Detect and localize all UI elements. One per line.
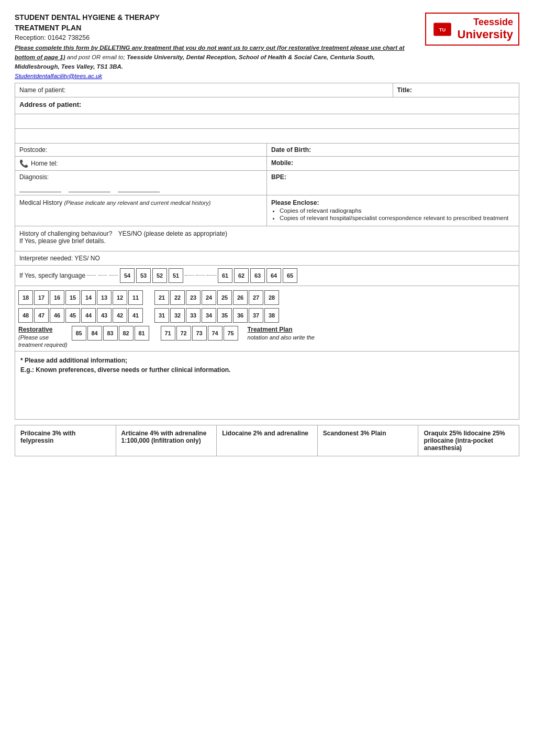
- header-section: STUDENT DENTAL HYGIENE & THERAPY TREATME…: [15, 13, 519, 80]
- tooth-73: 73: [192, 326, 207, 341]
- tooth-74: 74: [208, 326, 222, 341]
- tooth-24: 24: [202, 290, 216, 305]
- tel-mobile-row: 📞 Home tel: Mobile:: [15, 157, 519, 171]
- header-left: STUDENT DENTAL HYGIENE & THERAPY TREATME…: [15, 13, 415, 80]
- anaesthetic-item-1: Prilocaine 3% with felypressin: [15, 425, 116, 456]
- tooth-37: 37: [249, 308, 263, 323]
- phone-icon: 📞: [19, 159, 28, 168]
- tooth-16: 16: [50, 290, 64, 305]
- diagnosis-label: Diagnosis:: [19, 173, 49, 181]
- bpe-val-cell: BPE:: [267, 171, 519, 195]
- tooth-62: 62: [234, 268, 249, 283]
- tooth-35: 35: [217, 308, 232, 323]
- med-history-label: Medical History: [19, 199, 62, 206]
- diag-line2: [69, 184, 110, 192]
- title-line2: TREATMENT PLAN: [15, 23, 415, 34]
- tooth-18: 18: [18, 290, 33, 305]
- address-row: Address of patient:: [15, 97, 519, 114]
- diag-line1: [19, 184, 61, 192]
- upper-adult-row: 18 17 16 15 14 13 12 11 21 22 23 24 25 2…: [18, 290, 516, 305]
- logo-box: TU Teesside University: [425, 13, 519, 46]
- tooth-83: 83: [103, 326, 118, 341]
- challenge-row: History of challenging behaviour? YES/NO…: [15, 226, 519, 251]
- anaesthetic-item-4: Scandonest 3% Plain: [317, 425, 418, 456]
- please-enclose-label: Please Enclose:: [271, 199, 319, 206]
- bpe-label: BPE:: [271, 173, 286, 181]
- tooth-32: 32: [170, 308, 185, 323]
- tooth-64: 64: [266, 268, 281, 283]
- tooth-36: 36: [233, 308, 248, 323]
- tooth-14: 14: [81, 290, 96, 305]
- med-history-row: Medical History (Please indicate any rel…: [15, 195, 519, 226]
- anaesthetic-item-5: Oraquix 25% lidocaine 25% prilocaine (in…: [418, 425, 519, 456]
- med-right: Please Enclose: Copies of relevant radio…: [267, 195, 519, 226]
- tooth-25: 25: [217, 290, 232, 305]
- tooth-72: 72: [176, 326, 191, 341]
- restorative-row: Restorative (Please use treatment requir…: [18, 326, 516, 348]
- mobile-label: Mobile:: [271, 159, 293, 167]
- additional-subtext: E.g.: Known preferences, diverse needs o…: [20, 365, 514, 375]
- dob-cell: Date of Birth:: [267, 144, 519, 156]
- treatment-plan-sub: notation and also write the: [248, 334, 352, 341]
- challenging-value: YES/NO (please delete as appropriate): [118, 230, 227, 237]
- anaesthetic-item-3: Lidocaine 2% and adrenaline: [217, 425, 318, 456]
- address-label: Address of patient:: [19, 101, 81, 108]
- svg-text:TU: TU: [439, 27, 446, 32]
- tooth-27: 27: [249, 290, 263, 305]
- tooth-84: 84: [87, 326, 102, 341]
- tooth-11: 11: [128, 290, 143, 305]
- postcode-dob-row: Postcode: Date of Birth:: [15, 144, 519, 157]
- tooth-13: 13: [97, 290, 112, 305]
- tooth-53: 53: [136, 268, 151, 283]
- restorative-label: Restorative: [18, 326, 68, 333]
- tooth-54: 54: [120, 268, 135, 283]
- tooth-43: 43: [97, 308, 112, 323]
- university-logo-icon: TU: [431, 18, 453, 40]
- tooth-38: 38: [264, 308, 279, 323]
- diag-cell: Diagnosis:: [15, 171, 267, 195]
- mobile-cell: Mobile:: [267, 157, 519, 170]
- restorative-left: Restorative (Please use treatment requir…: [18, 326, 68, 348]
- email-link[interactable]: Studentdentalfacility@tees.ac.uk: [15, 73, 102, 79]
- tel-label: Home tel:: [31, 160, 58, 167]
- anaesthetic-table: Prilocaine 3% with felypressin Articaine…: [15, 425, 519, 456]
- anaesthetic-item-2: Articaine 4% with adrenaline 1:100,000 (…: [116, 425, 217, 456]
- language-row: If Yes, specify language 54 53 52 51 61 …: [15, 266, 519, 286]
- tooth-82: 82: [119, 326, 134, 341]
- tooth-75: 75: [224, 326, 238, 341]
- enclose-item-1: Copies of relevant radiographs: [280, 207, 515, 214]
- tooth-17: 17: [34, 290, 49, 305]
- challenging-label: History of challenging behaviour?: [19, 230, 112, 237]
- restorative-sub2: treatment required): [18, 342, 68, 348]
- tooth-12: 12: [113, 290, 127, 305]
- tooth-85: 85: [72, 326, 86, 341]
- address-row-empty2: [15, 129, 519, 144]
- tooth-41: 41: [128, 308, 143, 323]
- tooth-47: 47: [34, 308, 49, 323]
- tooth-65: 65: [283, 268, 297, 283]
- tooth-51: 51: [169, 268, 183, 283]
- tooth-81: 81: [135, 326, 149, 341]
- name-title-row: Name of patient: Title:: [15, 83, 519, 97]
- tooth-15: 15: [65, 290, 80, 305]
- address-row-empty1: [15, 114, 519, 129]
- diag-line3: [118, 184, 160, 192]
- enclose-item-2: Copies of relevant hospital/specialist c…: [280, 215, 515, 221]
- tooth-63: 63: [250, 268, 265, 283]
- tooth-48: 48: [18, 308, 33, 323]
- tooth-23: 23: [186, 290, 201, 305]
- logo-area: TU Teesside University: [425, 13, 519, 46]
- lang-label: If Yes, specify language: [19, 272, 85, 279]
- tooth-22: 22: [170, 290, 185, 305]
- tooth-42: 42: [113, 308, 127, 323]
- title-label: Title:: [397, 86, 412, 94]
- lower-adult-row: 48 47 46 45 44 43 42 41 31 32 33 34 35 3…: [18, 308, 516, 323]
- restorative-sub1: (Please use: [18, 334, 68, 341]
- med-left: Medical History (Please indicate any rel…: [15, 195, 267, 226]
- logo-text: Teesside University: [458, 17, 513, 41]
- tooth-71: 71: [161, 326, 175, 341]
- additional-heading: * Please add additional information;: [20, 356, 514, 365]
- tooth-21: 21: [154, 290, 169, 305]
- med-history-sub: (Please indicate any relevant and curren…: [64, 200, 210, 206]
- title-cell: Title:: [393, 83, 519, 97]
